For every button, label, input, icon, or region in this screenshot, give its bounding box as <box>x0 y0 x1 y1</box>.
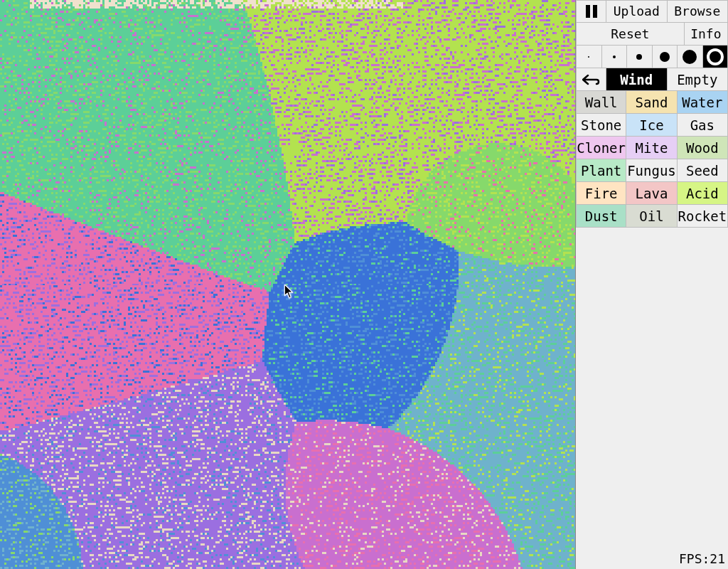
element-mite[interactable]: Mite <box>626 137 677 159</box>
element-lava[interactable]: Lava <box>626 182 677 205</box>
element-palette: WallSandWaterStoneIceGasClonerMiteWoodPl… <box>576 91 728 228</box>
brush-size-3[interactable] <box>626 46 652 68</box>
element-cloner[interactable]: Cloner <box>576 137 626 159</box>
simulation-canvas[interactable] <box>0 0 576 569</box>
pause-icon <box>586 5 597 18</box>
element-water[interactable]: Water <box>678 91 728 114</box>
info-button[interactable]: Info <box>684 23 728 46</box>
brush-size-1[interactable] <box>576 46 601 68</box>
circle-icon <box>707 48 724 65</box>
control-panel: Upload Browse Reset Info Wind Empty Wall… <box>576 0 728 569</box>
element-rocket[interactable]: Rocket <box>678 205 728 228</box>
dot-icon <box>588 56 589 58</box>
element-fungus[interactable]: Fungus <box>626 159 677 182</box>
element-seed[interactable]: Seed <box>678 159 728 182</box>
browse-button[interactable]: Browse <box>667 0 729 23</box>
fps-counter: FPS:21 <box>679 551 725 566</box>
brush-size-4[interactable] <box>652 46 678 68</box>
undo-icon <box>582 74 601 85</box>
pause-button[interactable] <box>576 0 606 23</box>
brush-size-5[interactable] <box>677 46 702 68</box>
dot-icon <box>660 52 670 62</box>
element-fire[interactable]: Fire <box>576 182 626 205</box>
brush-size-row <box>576 46 728 68</box>
dot-icon <box>636 54 642 60</box>
brush-size-2[interactable] <box>601 46 627 68</box>
element-plant[interactable]: Plant <box>576 159 626 182</box>
element-sand[interactable]: Sand <box>626 91 677 114</box>
empty-tool-button[interactable]: Empty <box>667 68 729 91</box>
element-dust[interactable]: Dust <box>576 205 626 228</box>
upload-button[interactable]: Upload <box>606 0 667 23</box>
dot-icon <box>682 50 697 64</box>
element-acid[interactable]: Acid <box>678 182 728 205</box>
reset-button[interactable]: Reset <box>576 23 684 46</box>
brush-size-6[interactable] <box>702 46 729 68</box>
wind-tool-button[interactable]: Wind <box>606 68 667 91</box>
element-stone[interactable]: Stone <box>576 114 626 137</box>
element-ice[interactable]: Ice <box>626 114 677 137</box>
element-wall[interactable]: Wall <box>576 91 626 114</box>
element-oil[interactable]: Oil <box>626 205 677 228</box>
undo-button[interactable] <box>576 68 606 91</box>
dot-icon <box>613 55 616 58</box>
element-wood[interactable]: Wood <box>678 137 728 159</box>
element-gas[interactable]: Gas <box>678 114 728 137</box>
